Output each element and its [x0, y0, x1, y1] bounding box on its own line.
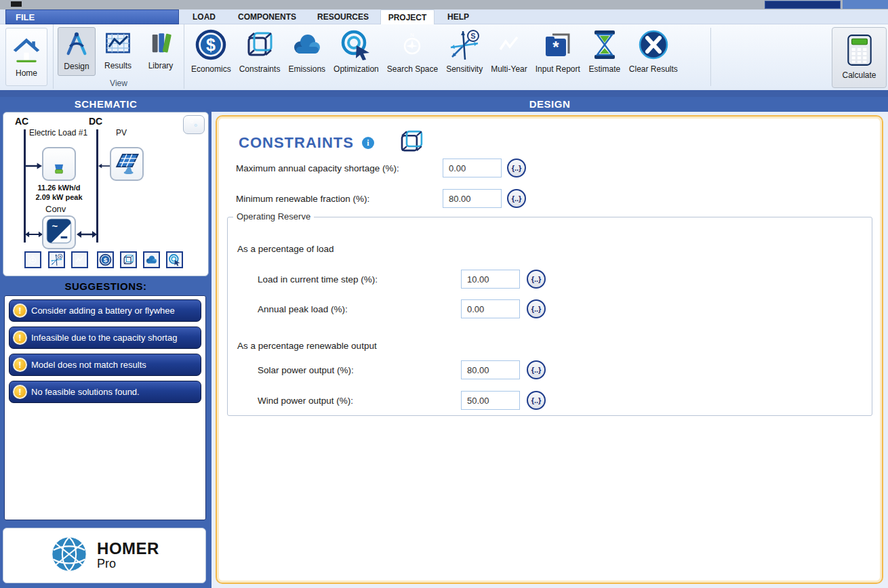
optimization-icon: [340, 28, 372, 64]
suggestions-panel: ! Consider adding a battery or flywhee !…: [4, 295, 206, 520]
library-icon: [146, 29, 175, 60]
constraints-cube-icon: [397, 127, 426, 159]
sensitivity-icon: [448, 28, 481, 64]
load-step-sensitivity-button[interactable]: {..}: [527, 270, 546, 289]
ac-converter-arrow: [25, 229, 43, 241]
ac-to-load-arrow: [26, 161, 42, 173]
homer-pro-logo: HOMER Pro: [3, 528, 206, 583]
home-button[interactable]: Home: [5, 28, 47, 86]
results-view-button[interactable]: Results: [98, 27, 138, 76]
economics-button[interactable]: Economics: [187, 28, 235, 85]
file-menu-button[interactable]: FILE: [5, 9, 179, 24]
solar-output-row: Solar power output (%):: [258, 360, 354, 380]
tab-resources[interactable]: RESOURCES: [309, 9, 377, 24]
design-view-button[interactable]: Design: [58, 27, 96, 76]
titlebar-control-area[interactable]: [843, 0, 888, 9]
suggestion-item[interactable]: ! Infeasible due to the capacity shortag: [9, 327, 201, 349]
solar-panel-icon: [113, 148, 141, 180]
load-percentage-group-label: As a percentage of load: [237, 244, 334, 254]
constraints-button[interactable]: Constraints: [235, 28, 285, 85]
title-bar: [0, 0, 888, 9]
globe-icon: [49, 534, 89, 576]
input-report-icon: [542, 28, 574, 64]
suggestion-item[interactable]: ! Consider adding a battery or flywhee: [9, 299, 201, 322]
mini-sensitivity-button[interactable]: [48, 251, 65, 268]
tab-load[interactable]: LOAD: [183, 9, 225, 24]
suggestion-item[interactable]: ! No feasible solutions found.: [9, 381, 201, 403]
mini-emissions-button[interactable]: [143, 251, 160, 268]
converter-label: Conv: [45, 204, 66, 214]
mini-economics-button[interactable]: [97, 251, 114, 268]
ac-bus-label: AC: [15, 116, 28, 127]
peak-load-row: Annual peak load (%):: [258, 299, 348, 319]
info-icon[interactable]: i: [362, 137, 374, 149]
left-panel: SCHEMATIC AC DC Electric Load #1 11.26 k…: [0, 97, 211, 588]
warning-icon: !: [13, 331, 27, 345]
converter-component[interactable]: [42, 215, 76, 249]
estimate-button[interactable]: Estimate: [584, 28, 625, 85]
window-menu-icon[interactable]: [11, 1, 22, 7]
brand-sub: Pro: [97, 557, 159, 570]
pv-label: PV: [116, 128, 127, 138]
emissions-button[interactable]: Emissions: [284, 28, 329, 85]
mini-search-space-button[interactable]: [24, 251, 41, 268]
max-shortage-sensitivity-button[interactable]: {..}: [507, 159, 526, 177]
converter-icon: [45, 217, 73, 248]
mini-optimization-button[interactable]: [166, 251, 183, 268]
optimization-button[interactable]: Optimization: [329, 28, 383, 85]
schematic-canvas[interactable]: AC DC Electric Load #1 11.26 kWh/d 2.09 …: [3, 112, 209, 276]
search-space-icon: [396, 28, 428, 64]
electric-load-component[interactable]: [42, 147, 76, 181]
search-space-button[interactable]: Search Space: [383, 28, 442, 85]
tab-components[interactable]: COMPONENTS: [229, 9, 305, 24]
electric-load-label: Electric Load #1: [29, 128, 87, 138]
min-renewable-input[interactable]: [443, 189, 502, 208]
light-bulb-icon: [45, 148, 73, 180]
wind-output-row: Wind power output (%):: [258, 390, 353, 411]
estimate-icon: [588, 28, 621, 64]
calculator-icon: [843, 33, 876, 70]
wind-output-sensitivity-button[interactable]: {..}: [527, 391, 546, 410]
peak-load-input[interactable]: [461, 299, 520, 318]
warning-icon: !: [13, 358, 27, 372]
load-step-row: Load in current time step (%):: [258, 269, 378, 289]
min-renewable-sensitivity-button[interactable]: {..}: [507, 189, 526, 208]
design-area: CONSTRAINTS i Maximum annual capacity sh…: [211, 112, 888, 588]
load-step-input[interactable]: [461, 270, 520, 289]
max-shortage-input[interactable]: [443, 159, 502, 177]
peak-load-sensitivity-button[interactable]: {..}: [527, 299, 546, 318]
solar-output-input[interactable]: [461, 360, 520, 379]
clear-results-button[interactable]: Clear Results: [625, 28, 682, 85]
dc-bus-label: DC: [89, 116, 102, 127]
design-icon: [62, 30, 91, 61]
solar-output-sensitivity-button[interactable]: {..}: [527, 360, 546, 379]
titlebar-search-input[interactable]: [765, 1, 841, 9]
tab-help[interactable]: HELP: [437, 9, 479, 24]
schematic-header: SCHEMATIC: [0, 97, 211, 112]
ribbon-divider: [710, 28, 711, 86]
tab-project[interactable]: PROJECT: [380, 9, 435, 24]
library-view-button[interactable]: Library: [140, 27, 181, 76]
gears-icon: [186, 116, 201, 133]
view-group: Design Results Library View: [53, 24, 184, 89]
economics-icon: [195, 28, 227, 64]
constraints-title: CONSTRAINTS: [239, 134, 354, 152]
constraints-title-row: CONSTRAINTS i: [239, 127, 426, 159]
multi-year-button[interactable]: Multi-Year: [487, 28, 531, 85]
constraints-panel: CONSTRAINTS i Maximum annual capacity sh…: [216, 115, 883, 584]
load-energy-value: 11.26 kWh/d: [22, 184, 96, 192]
dc-bus-line[interactable]: [96, 129, 98, 243]
suggestion-item[interactable]: ! Model does not match results: [9, 354, 201, 376]
sensitivity-button[interactable]: Sensitivity: [442, 28, 487, 85]
mini-constraints-button[interactable]: [120, 251, 137, 268]
calculate-button[interactable]: Calculate: [832, 27, 887, 88]
constraints-icon: [243, 28, 276, 64]
max-shortage-row: Maximum annual capacity shortage (%):: [236, 158, 399, 178]
mini-multi-year-button[interactable]: [71, 251, 88, 268]
operating-reserve-legend: Operating Reserve: [233, 211, 314, 222]
schematic-settings-button[interactable]: [183, 115, 205, 134]
input-report-button[interactable]: Input Report: [531, 28, 584, 85]
pv-component[interactable]: [110, 147, 144, 181]
brand-name: HOMER: [97, 541, 159, 557]
wind-output-input[interactable]: [461, 391, 520, 410]
